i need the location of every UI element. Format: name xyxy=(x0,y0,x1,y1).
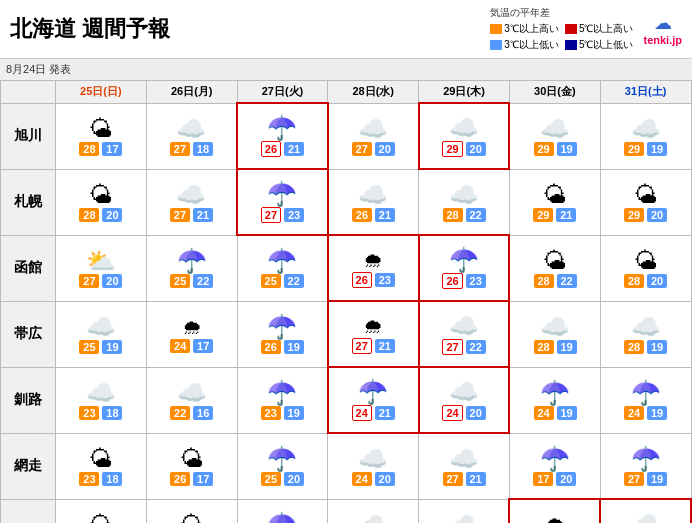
cell-旭川-day-6: ☁️2919 xyxy=(600,103,691,169)
weather-icon-wrapper: 🌤 xyxy=(180,446,204,472)
cloud-icon: ☁️ xyxy=(449,378,479,405)
weather-icon-wrapper: ☁️ xyxy=(358,446,388,472)
weather-icon-wrapper: ☂️ xyxy=(267,314,297,340)
weather-icon-wrapper: ☂️ xyxy=(631,446,661,472)
cell-inner: ☁️3017 xyxy=(601,510,690,523)
cell-札幌-day-2: ☂️2723 xyxy=(237,169,328,235)
temp-high: 24 xyxy=(170,339,190,353)
cell-inner: ☂️2319 xyxy=(238,379,327,421)
legend-row-high: 3℃以上高い 5℃以上高い xyxy=(490,22,633,36)
cell-旭川-day-3: ☁️2720 xyxy=(328,103,419,169)
temps-wrapper: 2919 xyxy=(624,142,667,156)
temps-wrapper: 2520 xyxy=(261,472,304,486)
temps-wrapper: 2721 xyxy=(352,338,395,354)
cell-釧路-day-2: ☂️2319 xyxy=(237,367,328,433)
cell-inner: 🌤2617 xyxy=(147,445,237,487)
temps-wrapper: 2920 xyxy=(624,208,667,222)
temps-wrapper: 2617 xyxy=(170,472,213,486)
cell-帯広-day-5: ☁️2819 xyxy=(509,301,600,367)
cell-網走-day-5: ☂️1720 xyxy=(509,433,600,499)
temps-wrapper: 2419 xyxy=(624,406,667,420)
temps-wrapper: 2919 xyxy=(534,142,577,156)
weather-icon-wrapper: ☂️ xyxy=(540,446,570,472)
cloud-icon: ☁️ xyxy=(358,181,388,208)
temp-low: 22 xyxy=(466,208,486,222)
temps-wrapper: 2720 xyxy=(79,274,122,288)
weather-icon-wrapper: ☁️ xyxy=(86,314,116,340)
temp-low: 22 xyxy=(284,274,304,288)
temp-low: 17 xyxy=(102,142,122,156)
cell-釧路-day-5: ☂️2419 xyxy=(509,367,600,433)
cell-帯広-day-0: ☁️2519 xyxy=(56,301,147,367)
cell-inner: ☁️2819 xyxy=(601,313,691,355)
legend-avg-label: 気温の平年差 xyxy=(490,6,625,20)
legend-5high: 5℃以上高い xyxy=(565,22,634,36)
temp-low: 18 xyxy=(102,406,122,420)
weather-icon-wrapper: ☂️ xyxy=(449,247,479,273)
cell-函館-day-1: ☂️2522 xyxy=(146,235,237,301)
cell-函館-day-3: 🌧2623 xyxy=(328,235,419,301)
tenki-logo: ☁ tenki.jp xyxy=(643,12,682,46)
temp-high: 25 xyxy=(79,340,99,354)
cell-函館-day-2: ☂️2522 xyxy=(237,235,328,301)
tenki-logo-area: ☁ tenki.jp xyxy=(643,12,682,46)
temps-wrapper: 2920 xyxy=(442,141,485,157)
cell-inner: 🌤2820 xyxy=(601,247,691,289)
cell-函館-day-4: ☂️2623 xyxy=(419,235,510,301)
temps-wrapper: 2719 xyxy=(624,472,667,486)
legend-row-low: 3℃以上低い 5℃以上低い xyxy=(490,38,633,52)
weather-icon-wrapper: ☂️ xyxy=(267,512,297,523)
temp-high: 29 xyxy=(442,141,462,157)
cell-北見-day-2: ☂️2720 xyxy=(237,499,328,523)
temp-high: 25 xyxy=(261,274,281,288)
temp-high: 27 xyxy=(352,338,372,354)
temp-low: 19 xyxy=(557,142,577,156)
cell-inner: 🌤2820 xyxy=(56,181,146,223)
cell-釧路-day-0: ☁️2318 xyxy=(56,367,147,433)
temp-high: 25 xyxy=(170,274,190,288)
cell-inner: 🌤2822 xyxy=(510,247,599,289)
temp-low: 19 xyxy=(284,340,304,354)
cell-inner: ☂️2419 xyxy=(601,379,691,421)
cell-inner: ☁️2420 xyxy=(328,445,418,487)
temp-low: 19 xyxy=(284,406,304,420)
temp-low: 21 xyxy=(466,472,486,486)
cloud-icon: ☁️ xyxy=(449,114,479,141)
city-label-網走: 網走 xyxy=(1,433,56,499)
cell-inner: ☁️2519 xyxy=(56,313,146,355)
cell-inner: ☂️2522 xyxy=(147,247,237,289)
cloud-icon: ☁️ xyxy=(358,115,388,142)
cloud-rain-icon: 🌧 xyxy=(182,316,202,338)
cell-札幌-day-1: ☁️2721 xyxy=(146,169,237,235)
temps-wrapper: 2420 xyxy=(442,405,485,421)
temp-high: 26 xyxy=(261,340,281,354)
cell-inner: ⛅2720 xyxy=(56,247,146,289)
weather-icon-wrapper: ☁️ xyxy=(176,116,206,142)
temp-high: 27 xyxy=(170,208,190,222)
temp-low: 23 xyxy=(375,273,395,287)
temps-wrapper: 2623 xyxy=(442,273,485,289)
cell-旭川-day-1: ☁️2718 xyxy=(146,103,237,169)
temp-low: 19 xyxy=(647,472,667,486)
weather-icon-wrapper: 🌤 xyxy=(634,248,658,274)
weather-icon-wrapper: 🌤 xyxy=(180,512,204,523)
day-header-1: 26日(月) xyxy=(146,81,237,104)
table-row: 函館⛅2720☂️2522☂️2522🌧2623☂️2623🌤2822🌤2820 xyxy=(1,235,692,301)
temps-wrapper: 2420 xyxy=(352,472,395,486)
sun-icon: 🌤 xyxy=(180,445,204,472)
temp-high: 23 xyxy=(261,406,281,420)
weather-icon-wrapper: ☂️ xyxy=(358,379,388,405)
cell-網走-day-0: 🌤2318 xyxy=(56,433,147,499)
temp-low: 20 xyxy=(466,142,486,156)
table-row: 北見🌤2416🌤2817☂️2720☁️2420☁️2821🌧3020☁️301… xyxy=(1,499,692,523)
sun-icon: 🌤 xyxy=(543,247,567,274)
cell-北見-day-6: ☁️3017 xyxy=(600,499,691,523)
cell-inner: ☂️2421 xyxy=(329,378,418,422)
cell-inner: 🌧3020 xyxy=(510,511,599,523)
day-header-4: 29日(木) xyxy=(419,81,510,104)
cell-inner: ☁️2621 xyxy=(329,181,418,223)
cell-函館-day-6: 🌤2820 xyxy=(600,235,691,301)
legend-3high-label: 3℃以上高い xyxy=(504,22,559,36)
cell-inner: 🌧2721 xyxy=(329,313,418,355)
weather-icon-wrapper: ☁️ xyxy=(449,512,479,523)
